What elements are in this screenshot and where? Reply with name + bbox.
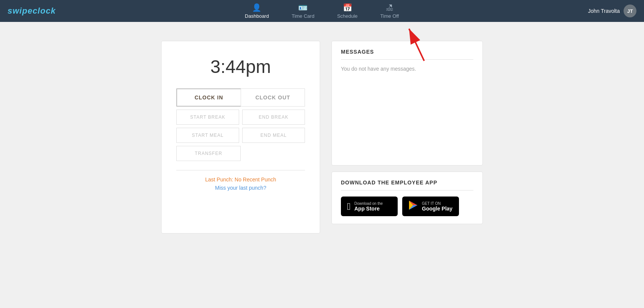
dashboard-icon: 👤 [252,3,261,12]
nav-label-timeoff: Time Off [380,13,399,19]
google-play-icon [408,200,418,212]
current-time: 3:44pm [210,56,271,77]
app-store-text: Download on the App Store [355,201,383,212]
app-store-sub: Download on the [355,201,383,206]
break-button-row: START BREAK END BREAK [176,110,305,125]
download-title: DOWNLOAD THE EMPLOYEE APP [341,180,473,186]
clock-divider [176,170,305,170]
messages-card: MESSAGES You do not have any messages. [331,41,483,166]
main-content: 3:44pm CLOCK IN CLOCK OUT START BREAK EN… [0,22,644,252]
transfer-button-row: TRANSFER [176,146,305,161]
miss-punch-link[interactable]: Miss your last punch? [215,185,266,191]
app-buttons:  Download on the App Store [341,197,473,216]
last-punch-info: Last Punch: No Recent Punch [205,176,276,183]
nav-label-dashboard: Dashboard [245,13,269,19]
messages-divider [341,59,473,60]
user-name: John Travolta [588,8,620,14]
nav-item-dashboard[interactable]: 👤 Dashboard [241,2,273,20]
messages-empty: You do not have any messages. [341,66,473,72]
clock-in-button[interactable]: CLOCK IN [176,88,241,107]
nav-item-timeoff[interactable]: 🏖 Time Off [376,2,403,20]
download-divider [341,190,473,190]
clock-out-button[interactable]: CLOCK OUT [241,88,305,107]
app-store-button[interactable]:  Download on the App Store [341,197,398,216]
messages-title: MESSAGES [341,49,473,55]
start-meal-button[interactable]: START MEAL [176,128,239,143]
google-play-button[interactable]: GET IT ON Google Play [402,197,459,216]
app-store-main: App Store [355,206,383,212]
nav-item-timecard[interactable]: 🪪 Time Card [288,2,318,20]
schedule-icon: 📅 [343,3,352,12]
start-break-button[interactable]: START BREAK [176,110,239,125]
google-play-main: Google Play [422,206,453,212]
end-break-button[interactable]: END BREAK [242,110,305,125]
brand-logo: swipeclock [8,6,56,16]
timeoff-icon: 🏖 [386,3,394,12]
transfer-button[interactable]: TRANSFER [176,146,241,161]
meal-button-row: START MEAL END MEAL [176,128,305,143]
nav-label-timecard: Time Card [292,13,314,19]
nav-item-schedule[interactable]: 📅 Schedule [333,2,361,20]
clock-button-row: CLOCK IN CLOCK OUT [176,88,305,107]
apple-icon:  [347,201,351,212]
avatar[interactable]: JT [624,5,636,17]
nav-menu: 👤 Dashboard 🪪 Time Card 📅 Schedule 🏖 Tim… [56,2,588,20]
google-play-text: GET IT ON Google Play [422,201,453,212]
navbar: swipeclock 👤 Dashboard 🪪 Time Card 📅 Sch… [0,0,644,22]
end-meal-button[interactable]: END MEAL [242,128,305,143]
right-panel: MESSAGES You do not have any messages. D… [331,41,483,224]
user-initials: JT [627,8,633,14]
google-play-sub: GET IT ON [422,201,453,206]
user-info: John Travolta JT [588,5,636,17]
nav-label-schedule: Schedule [337,13,358,19]
timecard-icon: 🪪 [298,3,308,12]
clock-card: 3:44pm CLOCK IN CLOCK OUT START BREAK EN… [161,41,320,234]
download-card: DOWNLOAD THE EMPLOYEE APP  Download on … [331,172,483,224]
